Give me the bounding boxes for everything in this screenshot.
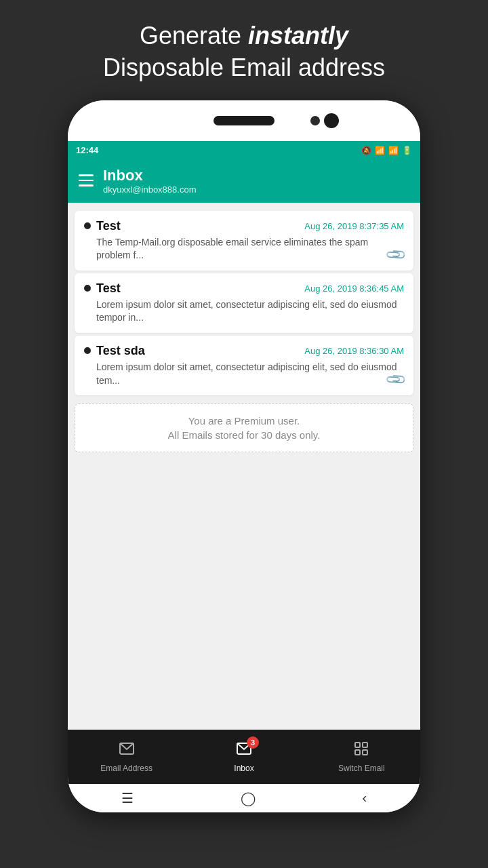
unread-dot-1 xyxy=(84,222,91,229)
app-bar-subtitle: dkyuxxl@inbox888.com xyxy=(103,184,196,195)
nav-label-inbox: Inbox xyxy=(234,764,253,773)
svg-rect-2 xyxy=(355,743,360,747)
email-list: Test Aug 26, 2019 8:37:35 AM The Temp-Ma… xyxy=(68,203,420,730)
email-card-2[interactable]: Test Aug 26, 2019 8:36:45 AM Lorem ipsum… xyxy=(75,273,413,333)
unread-dot-3 xyxy=(84,347,91,354)
nav-item-inbox[interactable]: 3 Inbox xyxy=(185,741,302,773)
premium-banner-line1: You are a Premium user. xyxy=(86,415,402,427)
email-preview-1: The Temp-Mail.org disposable email servi… xyxy=(84,236,404,262)
nav-item-switch-email[interactable]: Switch Email xyxy=(303,741,420,773)
hamburger-menu-button[interactable] xyxy=(79,174,94,186)
home-button[interactable]: ◯ xyxy=(241,790,256,806)
email-card-3[interactable]: Test sda Aug 26, 2019 8:36:30 AM Lorem i… xyxy=(75,336,413,395)
svg-rect-4 xyxy=(355,750,360,755)
back-button[interactable]: ‹ xyxy=(362,790,367,806)
phone-frame: 12:44 🔕 📶 📶 🔋 Inbox dkyuxxl@inbox888.com xyxy=(68,100,420,812)
app-bar-title: Inbox xyxy=(103,167,196,184)
status-time: 12:44 xyxy=(76,145,98,155)
sensor xyxy=(310,116,320,125)
email-date-1: Aug 26, 2019 8:37:35 AM xyxy=(304,221,404,231)
email-sender-1: Test xyxy=(96,219,121,233)
bottom-nav: Email Address 3 Inbox xyxy=(68,730,420,784)
email-card-1[interactable]: Test Aug 26, 2019 8:37:35 AM The Temp-Ma… xyxy=(75,211,413,271)
headline-line2: Disposable Email address xyxy=(103,54,385,81)
headline-line1: Generate instantly xyxy=(140,22,348,50)
switch-email-icon xyxy=(353,741,369,761)
app-bar: Inbox dkyuxxl@inbox888.com xyxy=(68,160,420,203)
email-preview-3: Lorem ipsum dolor sit amet, consectetur … xyxy=(84,361,404,387)
phone-top-bezel xyxy=(68,100,420,141)
inbox-badge: 3 xyxy=(247,736,259,749)
headline: Generate instantly Disposable Email addr… xyxy=(103,20,385,84)
svg-rect-5 xyxy=(363,750,367,755)
status-icons: 🔕 📶 📶 🔋 xyxy=(361,146,412,155)
battery-icon: 🔋 xyxy=(402,146,412,155)
status-bar: 12:44 🔕 📶 📶 🔋 xyxy=(68,141,420,160)
nav-label-email-address: Email Address xyxy=(100,764,152,773)
nav-item-email-address[interactable]: Email Address xyxy=(68,741,185,773)
nav-label-switch-email: Switch Email xyxy=(338,764,385,773)
email-sender-2: Test xyxy=(96,281,121,296)
android-nav-bar: ☰ ◯ ‹ xyxy=(68,784,420,812)
signal-icon: 📶 xyxy=(388,146,399,155)
premium-banner-line2: All Emails stored for 30 days only. xyxy=(86,429,402,441)
svg-rect-3 xyxy=(363,743,367,747)
speaker xyxy=(214,116,274,125)
camera xyxy=(324,113,339,128)
mute-icon: 🔕 xyxy=(361,146,371,155)
app-bar-text: Inbox dkyuxxl@inbox888.com xyxy=(103,167,196,195)
email-sender-3: Test sda xyxy=(96,344,145,358)
recents-button[interactable]: ☰ xyxy=(121,790,134,806)
premium-banner: You are a Premium user. All Emails store… xyxy=(75,403,413,452)
email-address-icon xyxy=(119,741,135,761)
wifi-icon: 📶 xyxy=(375,146,385,155)
email-preview-2: Lorem ipsum dolor sit amet, consectetur … xyxy=(84,298,404,325)
email-date-2: Aug 26, 2019 8:36:45 AM xyxy=(304,283,404,294)
email-date-3: Aug 26, 2019 8:36:30 AM xyxy=(304,346,404,356)
unread-dot-2 xyxy=(84,285,91,292)
